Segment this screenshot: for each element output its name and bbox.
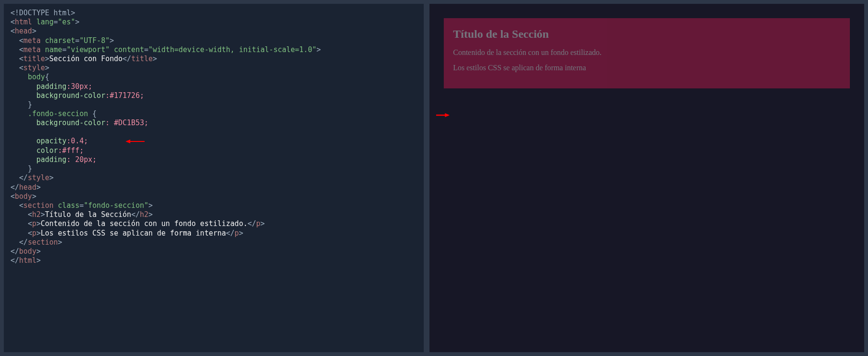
preview-paragraph: Contenido de la sección con un fondo est…: [453, 48, 841, 57]
annotation-arrow-inline: [91, 128, 145, 146]
preview-heading: Título de la Sección: [453, 28, 841, 41]
svg-marker-1: [125, 140, 130, 143]
split-view: <!DOCTYPE html> <html lang="es"> <head> …: [4, 4, 864, 352]
code-editor-panel[interactable]: <!DOCTYPE html> <html lang="es"> <head> …: [4, 4, 424, 352]
preview-paragraph: Los estilos CSS se aplican de forma inte…: [453, 64, 841, 72]
code-line: <!DOCTYPE html>: [10, 9, 75, 17]
preview-panel: Título de la Sección Contenido de la sec…: [429, 4, 865, 352]
annotation-arrow-icon: [431, 106, 452, 127]
preview-section: Título de la Sección Contenido de la sec…: [444, 18, 850, 88]
